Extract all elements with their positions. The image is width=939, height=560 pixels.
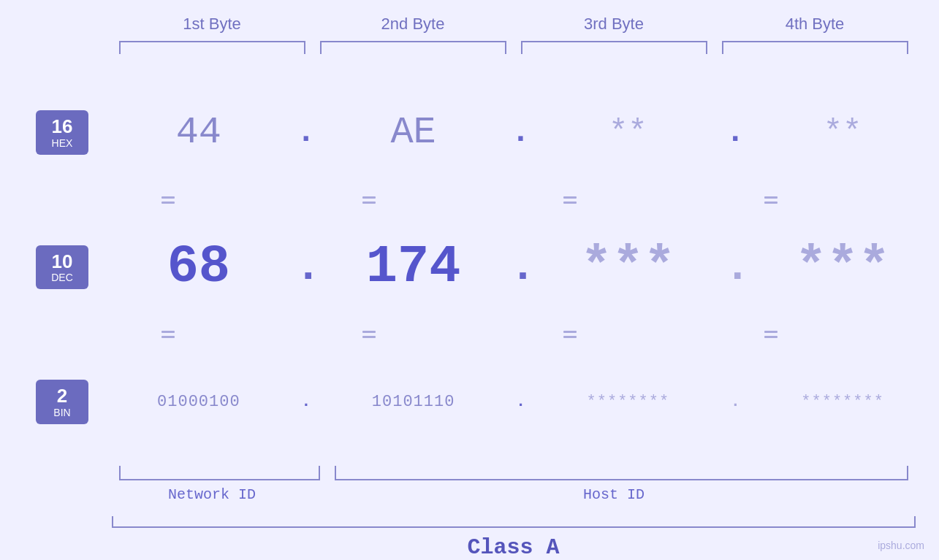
eq2-byte3 (470, 331, 671, 338)
hex-base-label: HEX (43, 137, 81, 149)
dec-label-box: 10 DEC (36, 245, 88, 290)
hex-byte3-cell: ** (532, 114, 725, 150)
hex-byte4-value: ** (824, 114, 862, 150)
hex-dot2: . (510, 114, 532, 150)
byte2-header: 2nd Byte (313, 15, 514, 34)
equals-row-2 (68, 331, 872, 338)
bracket-byte3 (521, 41, 707, 54)
eq1-byte3 (470, 196, 671, 204)
bin-cells: 01000100 . 10101110 . ******** . *******… (102, 393, 939, 411)
dec-base-label: DEC (43, 272, 81, 283)
dec-row: 10 DEC 68 . 174 . *** . *** (0, 204, 939, 331)
hex-byte2-value: AE (390, 111, 436, 154)
class-label: Class A (112, 535, 916, 560)
hex-base-num: 16 (43, 116, 81, 137)
hex-cells: 44 . AE . ** . ** (102, 111, 939, 154)
bin-dot3: . (724, 393, 746, 411)
hex-byte4-cell: ** (746, 114, 939, 150)
bottom-area: Network ID Host ID (112, 466, 916, 503)
main-container: 1st Byte 2nd Byte 3rd Byte 4th Byte 16 H… (0, 0, 939, 560)
bin-base-num: 2 (43, 386, 81, 407)
hex-dot1: . (295, 114, 317, 150)
network-id-label: Network ID (112, 486, 313, 503)
class-bracket-row (112, 516, 916, 528)
bin-byte1-value: 01000100 (157, 393, 240, 411)
dec-dot3: . (724, 242, 746, 292)
byte4-header: 4th Byte (715, 15, 916, 34)
eq1-byte4 (671, 196, 872, 204)
byte-headers: 1st Byte 2nd Byte 3rd Byte 4th Byte (112, 15, 916, 34)
bin-byte4-cell: ******** (746, 393, 939, 411)
dec-byte1-cell: 68 (102, 237, 295, 297)
dec-byte2-value: 174 (366, 237, 461, 297)
bin-byte3-cell: ******** (532, 393, 725, 411)
host-bracket (335, 466, 908, 480)
bracket-byte4 (722, 41, 908, 54)
network-bracket (119, 466, 320, 480)
host-id-label: Host ID (313, 486, 916, 503)
eq2-byte1 (68, 331, 269, 338)
class-bracket (112, 516, 916, 528)
bin-dot1: . (295, 393, 317, 411)
dec-label: 10 DEC (22, 245, 102, 290)
bin-byte4-value: ******** (801, 393, 884, 411)
dec-dot2: . (510, 242, 532, 292)
bin-byte2-value: 10101110 (372, 393, 455, 411)
bracket-byte1 (119, 41, 305, 54)
hex-byte2-cell: AE (317, 111, 510, 154)
hex-byte1-cell: 44 (102, 111, 295, 154)
bracket-byte2 (320, 41, 506, 54)
dec-byte4-cell: *** (746, 237, 939, 297)
bin-label: 2 BIN (22, 380, 102, 424)
dec-base-num: 10 (43, 251, 81, 272)
hex-label-box: 16 HEX (36, 110, 88, 155)
byte1-header: 1st Byte (112, 15, 313, 34)
hex-byte1-value: 44 (176, 111, 221, 154)
top-brackets (112, 41, 916, 54)
bottom-labels: Network ID Host ID (112, 486, 916, 503)
eq2-byte2 (269, 331, 470, 338)
bin-byte3-value: ******** (587, 393, 670, 411)
dec-dot1: . (295, 242, 317, 292)
eq1-byte1 (68, 196, 269, 204)
dec-byte3-value: *** (581, 237, 676, 297)
dec-byte1-value: 68 (167, 237, 230, 297)
bin-label-box: 2 BIN (36, 380, 88, 424)
watermark: ipshu.com (878, 540, 924, 551)
dec-byte2-cell: 174 (317, 237, 510, 297)
dec-byte4-value: *** (795, 237, 890, 297)
eq2-byte4 (671, 331, 872, 338)
dec-cells: 68 . 174 . *** . *** (102, 237, 939, 297)
bin-byte1-cell: 01000100 (102, 393, 295, 411)
bin-byte2-cell: 10101110 (317, 393, 510, 411)
bin-dot2: . (510, 393, 532, 411)
equals-row-1 (68, 196, 872, 204)
bottom-brackets (112, 466, 916, 480)
eq1-byte2 (269, 196, 470, 204)
byte3-header: 3rd Byte (514, 15, 715, 34)
hex-label: 16 HEX (22, 110, 102, 155)
hex-byte3-value: ** (609, 114, 647, 150)
bin-row: 2 BIN 01000100 . 10101110 . ******** . *… (0, 338, 939, 466)
hex-row: 16 HEX 44 . AE . ** . ** (0, 69, 939, 196)
bin-base-label: BIN (43, 407, 81, 418)
hex-dot3: . (724, 114, 746, 150)
dec-byte3-cell: *** (532, 237, 725, 297)
